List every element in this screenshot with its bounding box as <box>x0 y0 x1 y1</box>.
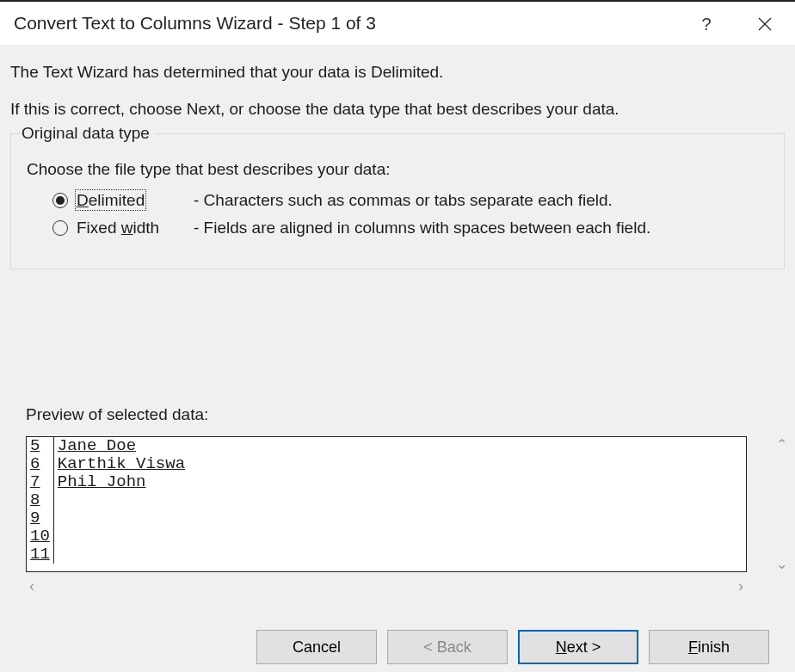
radio-delimited[interactable]: Delimited - Characters such as commas or… <box>52 191 768 210</box>
preview-row: 9 <box>27 509 188 527</box>
button-row: Cancel < Back Next > Finish <box>10 595 785 664</box>
preview-row: 11 <box>27 546 188 564</box>
preview-area: 5Jane Doe 6Karthik Viswa 7Phil John 8 9 … <box>26 436 769 595</box>
fieldset-prompt: Choose the file type that best describes… <box>27 160 768 179</box>
cancel-button[interactable]: Cancel <box>256 630 377 664</box>
scroll-left-icon[interactable]: ‹ <box>29 577 34 595</box>
radio-desc-delimited: - Characters such as commas or tabs sepa… <box>194 191 613 210</box>
intro-line1: The Text Wizard has determined that your… <box>10 60 785 85</box>
finish-button[interactable]: Finish <box>649 630 769 664</box>
intro-line2: If this is correct, choose Next, or choo… <box>10 97 785 122</box>
radio-fixed-width[interactable]: Fixed width - Fields are aligned in colu… <box>52 219 768 237</box>
vertical-scrollbar[interactable]: ⌃ ⌄ <box>769 436 793 572</box>
radio-label-fixed-width: Fixed width <box>77 219 159 237</box>
close-icon[interactable] <box>743 2 786 46</box>
radio-icon <box>52 193 68 208</box>
preview-label: Preview of selected data: <box>26 405 785 424</box>
intro-text: The Text Wizard has determined that your… <box>10 60 785 121</box>
radio-desc-fixed-width: - Fields are aligned in columns with spa… <box>194 219 650 237</box>
preview-table: 5Jane Doe 6Karthik Viswa 7Phil John 8 9 … <box>27 437 188 564</box>
scroll-right-icon[interactable]: › <box>738 577 743 595</box>
preview-box: 5Jane Doe 6Karthik Viswa 7Phil John 8 9 … <box>26 436 747 572</box>
preview-row: 5Jane Doe <box>27 437 188 455</box>
preview-row: 8 <box>27 491 188 509</box>
preview-row: 7Phil John <box>27 473 188 491</box>
preview-row: 10 <box>27 527 188 546</box>
dialog-title: Convert Text to Columns Wizard - Step 1 … <box>14 13 376 34</box>
dialog-content: The Text Wizard has determined that your… <box>0 45 795 664</box>
scroll-down-icon[interactable]: ⌄ <box>776 556 787 572</box>
preview-row: 6Karthik Viswa <box>27 455 188 473</box>
help-icon[interactable]: ? <box>685 2 728 46</box>
original-data-type-group: Original data type Choose the file type … <box>10 133 785 269</box>
next-button[interactable]: Next > <box>518 630 638 664</box>
radio-icon <box>52 220 68 236</box>
titlebar: Convert Text to Columns Wizard - Step 1 … <box>0 0 795 45</box>
fieldset-legend: Original data type <box>22 124 155 143</box>
radio-label-delimited: Delimited <box>77 191 145 209</box>
scroll-up-icon[interactable]: ⌃ <box>776 436 787 453</box>
back-button[interactable]: < Back <box>387 630 508 664</box>
horizontal-scrollbar[interactable]: ‹ › <box>26 577 747 595</box>
